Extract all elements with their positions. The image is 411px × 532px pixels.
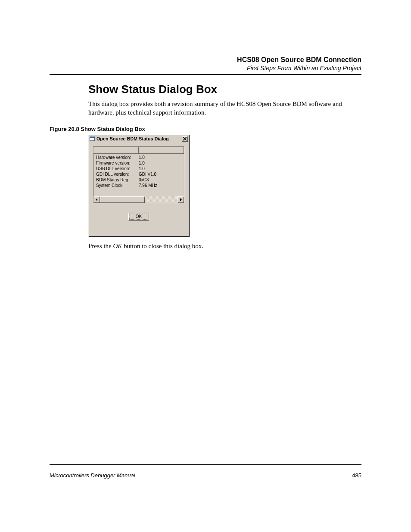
ok-button-label: OK [136, 214, 142, 219]
status-dialog: Open Source BDM Status Dialog Hardware v… [88, 135, 189, 236]
app-icon [90, 136, 95, 141]
page-header-title: HCS08 Open Source BDM Connection [50, 56, 361, 64]
status-row-value: 1.0 [139, 166, 181, 171]
status-row-value: 7.96 MHz [139, 183, 181, 188]
triangle-right-icon [179, 197, 182, 202]
status-row-value: 0xC8 [139, 177, 181, 183]
status-listview: Hardware version:1.0Firmware version:1.0… [93, 146, 184, 203]
scrollbar-track-remainder[interactable] [145, 196, 177, 203]
column-header-1[interactable] [93, 147, 139, 154]
status-row: Hardware version:1.0 [96, 155, 181, 160]
closing-paragraph: Press the OK button to close this dialog… [88, 243, 361, 250]
footer-manual-title: Microcontrollers Debugger Manual [50, 472, 135, 479]
column-header-2[interactable] [139, 147, 184, 154]
scrollbar-thumb[interactable] [100, 196, 145, 203]
status-row-label: Firmware version: [96, 160, 139, 166]
dialog-titlebar: Open Source BDM Status Dialog [89, 135, 189, 143]
figure-caption: Figure 20.8 Show Status Dialog Box [50, 126, 361, 132]
header-rule [50, 74, 361, 75]
dialog-title: Open Source BDM Status Dialog [97, 136, 182, 141]
triangle-left-icon [95, 197, 98, 202]
page-header-subtitle: First Steps From Within an Existing Proj… [50, 65, 361, 72]
scroll-left-button[interactable] [93, 196, 100, 203]
status-row-label: GDI DLL version: [96, 171, 139, 177]
svg-marker-3 [96, 198, 97, 201]
svg-marker-4 [180, 198, 182, 201]
status-row-value: 1.0 [139, 160, 181, 166]
horizontal-scrollbar[interactable] [93, 196, 184, 203]
close-button[interactable] [182, 136, 188, 142]
status-row: Firmware version:1.0 [96, 160, 181, 166]
status-row-label: System Clock: [96, 183, 139, 188]
status-row-label: BDM Status Reg: [96, 177, 139, 183]
status-row: USB DLL version:1.0 [96, 166, 181, 171]
scrollbar-track[interactable] [100, 196, 177, 203]
status-row: GDI DLL version:GDI V1.0 [96, 171, 181, 177]
scroll-right-button[interactable] [177, 196, 184, 203]
status-row: BDM Status Reg:0xC8 [96, 177, 181, 183]
intro-paragraph: This dialog box provides both a revision… [88, 100, 361, 117]
status-row-label: USB DLL version: [96, 166, 139, 171]
status-row-value: GDI V1.0 [139, 171, 181, 177]
section-title: Show Status Dialog Box [88, 83, 361, 96]
listview-headers [93, 147, 184, 154]
status-row: System Clock:7.96 MHz [96, 183, 181, 188]
status-row-label: Hardware version: [96, 155, 139, 160]
status-row-value: 1.0 [139, 155, 181, 160]
ok-button[interactable]: OK [128, 213, 149, 221]
svg-rect-2 [90, 137, 94, 138]
footer-rule [50, 464, 361, 465]
close-icon [183, 137, 187, 141]
page-number: 485 [352, 472, 361, 479]
